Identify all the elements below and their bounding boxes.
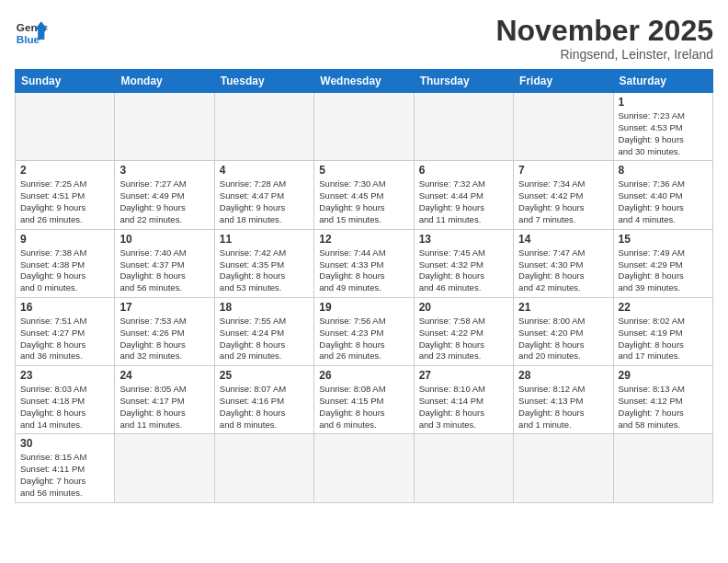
table-row bbox=[314, 434, 414, 502]
title-block: November 2025 Ringsend, Leinster, Irelan… bbox=[495, 15, 713, 62]
calendar: Sunday Monday Tuesday Wednesday Thursday… bbox=[15, 69, 713, 503]
table-row bbox=[115, 434, 214, 502]
day-info: Sunrise: 8:15 AM Sunset: 4:11 PM Dayligh… bbox=[20, 452, 109, 499]
page-header: General Blue November 2025 Ringsend, Lei… bbox=[15, 15, 713, 62]
header-wednesday: Wednesday bbox=[314, 70, 414, 93]
table-row bbox=[414, 93, 513, 161]
day-info: Sunrise: 7:47 AM Sunset: 4:30 PM Dayligh… bbox=[518, 247, 608, 294]
day-info: Sunrise: 7:30 AM Sunset: 4:45 PM Dayligh… bbox=[319, 178, 408, 225]
day-number: 29 bbox=[619, 369, 708, 382]
table-row bbox=[214, 434, 313, 502]
header-thursday: Thursday bbox=[414, 70, 513, 93]
day-number: 13 bbox=[419, 233, 508, 246]
day-number: 9 bbox=[20, 233, 109, 246]
table-row: 2Sunrise: 7:25 AM Sunset: 4:51 PM Daylig… bbox=[16, 161, 115, 229]
table-row: 18Sunrise: 7:55 AM Sunset: 4:24 PM Dayli… bbox=[214, 297, 313, 365]
day-number: 7 bbox=[518, 164, 608, 177]
day-number: 18 bbox=[220, 301, 309, 314]
day-info: Sunrise: 8:07 AM Sunset: 4:16 PM Dayligh… bbox=[220, 384, 309, 431]
day-number: 2 bbox=[20, 164, 109, 177]
day-number: 26 bbox=[319, 369, 408, 382]
day-info: Sunrise: 8:12 AM Sunset: 4:13 PM Dayligh… bbox=[518, 384, 608, 431]
header-monday: Monday bbox=[115, 70, 214, 93]
day-number: 21 bbox=[518, 301, 608, 314]
header-friday: Friday bbox=[514, 70, 613, 93]
table-row: 13Sunrise: 7:45 AM Sunset: 4:32 PM Dayli… bbox=[414, 229, 513, 297]
table-row: 29Sunrise: 8:13 AM Sunset: 4:12 PM Dayli… bbox=[613, 366, 712, 434]
day-info: Sunrise: 7:55 AM Sunset: 4:24 PM Dayligh… bbox=[220, 316, 309, 362]
day-number: 15 bbox=[619, 233, 708, 246]
day-info: Sunrise: 7:49 AM Sunset: 4:29 PM Dayligh… bbox=[619, 247, 708, 294]
table-row: 23Sunrise: 8:03 AM Sunset: 4:18 PM Dayli… bbox=[16, 366, 115, 434]
day-info: Sunrise: 7:36 AM Sunset: 4:40 PM Dayligh… bbox=[619, 178, 708, 225]
day-number: 1 bbox=[619, 96, 708, 109]
day-info: Sunrise: 7:38 AM Sunset: 4:38 PM Dayligh… bbox=[20, 247, 109, 294]
day-number: 23 bbox=[20, 369, 109, 382]
table-row: 9Sunrise: 7:38 AM Sunset: 4:38 PM Daylig… bbox=[16, 229, 115, 297]
day-info: Sunrise: 7:51 AM Sunset: 4:27 PM Dayligh… bbox=[20, 316, 109, 362]
day-number: 20 bbox=[419, 301, 508, 314]
month-title: November 2025 bbox=[495, 15, 713, 47]
table-row: 20Sunrise: 7:58 AM Sunset: 4:22 PM Dayli… bbox=[414, 297, 513, 365]
table-row: 30Sunrise: 8:15 AM Sunset: 4:11 PM Dayli… bbox=[16, 434, 115, 502]
day-info: Sunrise: 8:10 AM Sunset: 4:14 PM Dayligh… bbox=[419, 384, 508, 431]
day-number: 3 bbox=[119, 164, 209, 177]
day-number: 5 bbox=[319, 164, 408, 177]
location: Ringsend, Leinster, Ireland bbox=[495, 47, 713, 62]
logo: General Blue bbox=[15, 15, 48, 48]
table-row bbox=[16, 93, 115, 161]
day-number: 14 bbox=[518, 233, 608, 246]
table-row: 8Sunrise: 7:36 AM Sunset: 4:40 PM Daylig… bbox=[613, 161, 712, 229]
day-info: Sunrise: 7:25 AM Sunset: 4:51 PM Dayligh… bbox=[20, 178, 109, 225]
logo-icon: General Blue bbox=[15, 15, 48, 48]
day-number: 8 bbox=[619, 164, 708, 177]
day-info: Sunrise: 7:53 AM Sunset: 4:26 PM Dayligh… bbox=[119, 316, 209, 362]
table-row: 22Sunrise: 8:02 AM Sunset: 4:19 PM Dayli… bbox=[613, 297, 712, 365]
day-info: Sunrise: 8:02 AM Sunset: 4:19 PM Dayligh… bbox=[619, 316, 708, 362]
day-number: 19 bbox=[319, 301, 408, 314]
table-row: 14Sunrise: 7:47 AM Sunset: 4:30 PM Dayli… bbox=[514, 229, 613, 297]
svg-text:Blue: Blue bbox=[17, 33, 40, 45]
table-row: 19Sunrise: 7:56 AM Sunset: 4:23 PM Dayli… bbox=[314, 297, 414, 365]
calendar-header-row: Sunday Monday Tuesday Wednesday Thursday… bbox=[16, 70, 713, 93]
day-info: Sunrise: 7:45 AM Sunset: 4:32 PM Dayligh… bbox=[419, 247, 508, 294]
day-info: Sunrise: 7:56 AM Sunset: 4:23 PM Dayligh… bbox=[319, 316, 408, 362]
day-number: 25 bbox=[220, 369, 309, 382]
table-row bbox=[514, 434, 613, 502]
day-info: Sunrise: 7:44 AM Sunset: 4:33 PM Dayligh… bbox=[319, 247, 408, 294]
table-row: 11Sunrise: 7:42 AM Sunset: 4:35 PM Dayli… bbox=[214, 229, 313, 297]
day-number: 12 bbox=[319, 233, 408, 246]
table-row bbox=[314, 93, 414, 161]
day-info: Sunrise: 7:27 AM Sunset: 4:49 PM Dayligh… bbox=[119, 178, 209, 225]
table-row bbox=[514, 93, 613, 161]
table-row: 4Sunrise: 7:28 AM Sunset: 4:47 PM Daylig… bbox=[214, 161, 313, 229]
day-info: Sunrise: 7:32 AM Sunset: 4:44 PM Dayligh… bbox=[419, 178, 508, 225]
table-row: 16Sunrise: 7:51 AM Sunset: 4:27 PM Dayli… bbox=[16, 297, 115, 365]
table-row: 6Sunrise: 7:32 AM Sunset: 4:44 PM Daylig… bbox=[414, 161, 513, 229]
table-row bbox=[214, 93, 313, 161]
day-number: 28 bbox=[518, 369, 608, 382]
day-info: Sunrise: 7:23 AM Sunset: 4:53 PM Dayligh… bbox=[619, 110, 708, 157]
header-tuesday: Tuesday bbox=[214, 70, 313, 93]
table-row: 21Sunrise: 8:00 AM Sunset: 4:20 PM Dayli… bbox=[514, 297, 613, 365]
day-info: Sunrise: 8:00 AM Sunset: 4:20 PM Dayligh… bbox=[518, 316, 608, 362]
day-number: 10 bbox=[119, 233, 209, 246]
header-sunday: Sunday bbox=[16, 70, 115, 93]
table-row: 25Sunrise: 8:07 AM Sunset: 4:16 PM Dayli… bbox=[214, 366, 313, 434]
table-row: 5Sunrise: 7:30 AM Sunset: 4:45 PM Daylig… bbox=[314, 161, 414, 229]
day-info: Sunrise: 7:42 AM Sunset: 4:35 PM Dayligh… bbox=[220, 247, 309, 294]
day-number: 16 bbox=[20, 301, 109, 314]
day-info: Sunrise: 8:03 AM Sunset: 4:18 PM Dayligh… bbox=[20, 384, 109, 431]
table-row: 27Sunrise: 8:10 AM Sunset: 4:14 PM Dayli… bbox=[414, 366, 513, 434]
day-number: 6 bbox=[419, 164, 508, 177]
day-info: Sunrise: 7:28 AM Sunset: 4:47 PM Dayligh… bbox=[220, 178, 309, 225]
header-saturday: Saturday bbox=[613, 70, 712, 93]
day-number: 17 bbox=[119, 301, 209, 314]
day-number: 24 bbox=[119, 369, 209, 382]
day-info: Sunrise: 7:40 AM Sunset: 4:37 PM Dayligh… bbox=[119, 247, 209, 294]
table-row bbox=[613, 434, 712, 502]
table-row: 28Sunrise: 8:12 AM Sunset: 4:13 PM Dayli… bbox=[514, 366, 613, 434]
table-row: 15Sunrise: 7:49 AM Sunset: 4:29 PM Dayli… bbox=[613, 229, 712, 297]
day-info: Sunrise: 8:08 AM Sunset: 4:15 PM Dayligh… bbox=[319, 384, 408, 431]
table-row: 24Sunrise: 8:05 AM Sunset: 4:17 PM Dayli… bbox=[115, 366, 214, 434]
